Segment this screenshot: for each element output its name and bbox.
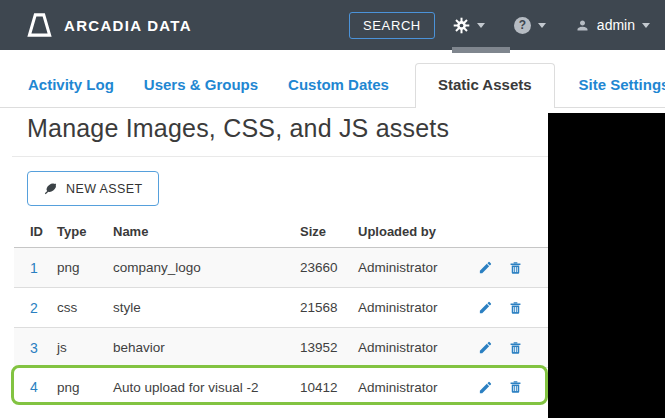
edit-button[interactable] [478, 380, 493, 395]
user-name: admin [597, 17, 635, 33]
asset-name: Auto upload for visual -2 [113, 380, 300, 395]
asset-id-link[interactable]: 2 [30, 300, 57, 316]
table-row-highlighted: 4 png Auto upload for visual -2 10412 Ad… [14, 368, 548, 406]
header-id: ID [30, 224, 57, 239]
app-window: ARCADIA DATA SEARCH [0, 0, 665, 418]
table-row: 1 png company_logo 23660 Administrator [14, 248, 548, 288]
user-icon [575, 18, 590, 33]
asset-id-link[interactable]: 1 [30, 260, 57, 276]
table-row: 2 css style 21568 Administrator [14, 288, 548, 328]
leaf-icon [43, 181, 58, 196]
top-navbar: ARCADIA DATA SEARCH [0, 0, 665, 50]
brand-name: ARCADIA DATA [64, 17, 192, 34]
trash-icon [508, 300, 523, 316]
tab-users-groups[interactable]: Users & Groups [144, 76, 258, 107]
trash-icon [508, 260, 523, 276]
header-uploaded-by: Uploaded by [358, 224, 478, 239]
chevron-down-icon [477, 23, 485, 28]
edit-button[interactable] [478, 260, 493, 275]
delete-button[interactable] [508, 300, 523, 316]
asset-type: png [57, 260, 113, 275]
asset-size: 13952 [300, 340, 358, 355]
assets-table: ID Type Name Size Uploaded by 1 png comp… [14, 215, 548, 406]
asset-size: 10412 [300, 380, 358, 395]
new-asset-label: NEW ASSET [66, 182, 143, 196]
chevron-down-icon [538, 23, 546, 28]
edit-button[interactable] [478, 340, 493, 355]
asset-type: js [57, 340, 113, 355]
pencil-icon [478, 340, 493, 355]
delete-button[interactable] [508, 260, 523, 276]
horizontal-scrollbar-thumb[interactable] [452, 47, 510, 53]
settings-menu[interactable] [453, 17, 485, 34]
pencil-icon [478, 300, 493, 315]
asset-uploaded-by: Administrator [358, 380, 478, 395]
asset-id-link[interactable]: 3 [30, 340, 57, 356]
tab-bar: Activity Log Users & Groups Custom Dates… [0, 50, 665, 108]
chevron-down-icon [642, 23, 650, 28]
help-icon: ? [514, 17, 531, 34]
asset-name: company_logo [113, 260, 300, 275]
help-menu[interactable]: ? [514, 17, 546, 34]
brand-logo-icon [26, 12, 53, 38]
tab-site-settings[interactable]: Site Settings [579, 76, 665, 107]
search-button[interactable]: SEARCH [349, 12, 435, 39]
trash-icon [508, 379, 523, 395]
new-asset-button[interactable]: NEW ASSET [27, 171, 159, 206]
asset-name: behavior [113, 340, 300, 355]
user-menu[interactable]: admin [575, 17, 650, 33]
asset-id-link[interactable]: 4 [30, 379, 57, 395]
asset-size: 23660 [300, 260, 358, 275]
asset-type: png [57, 380, 113, 395]
table-header-row: ID Type Name Size Uploaded by [14, 215, 548, 248]
table-row: 3 js behavior 13952 Administrator [14, 328, 548, 368]
gear-icon [453, 17, 470, 34]
asset-size: 21568 [300, 300, 358, 315]
black-masked-region [548, 113, 665, 418]
header-name: Name [113, 224, 300, 239]
trash-icon [508, 340, 523, 356]
delete-button[interactable] [508, 340, 523, 356]
tab-custom-dates[interactable]: Custom Dates [288, 76, 389, 107]
title-divider [12, 156, 548, 157]
edit-button[interactable] [478, 300, 493, 315]
tab-static-assets[interactable]: Static Assets [415, 63, 555, 108]
asset-type: css [57, 300, 113, 315]
header-type: Type [57, 224, 113, 239]
tab-activity-log[interactable]: Activity Log [28, 76, 114, 107]
delete-button[interactable] [508, 379, 523, 395]
pencil-icon [478, 380, 493, 395]
asset-uploaded-by: Administrator [358, 260, 478, 275]
pencil-icon [478, 260, 493, 275]
asset-name: style [113, 300, 300, 315]
asset-uploaded-by: Administrator [358, 300, 478, 315]
page-title: Manage Images, CSS, and JS assets [27, 114, 449, 143]
brand-logo-link[interactable]: ARCADIA DATA [26, 12, 192, 38]
asset-uploaded-by: Administrator [358, 340, 478, 355]
header-size: Size [300, 224, 358, 239]
